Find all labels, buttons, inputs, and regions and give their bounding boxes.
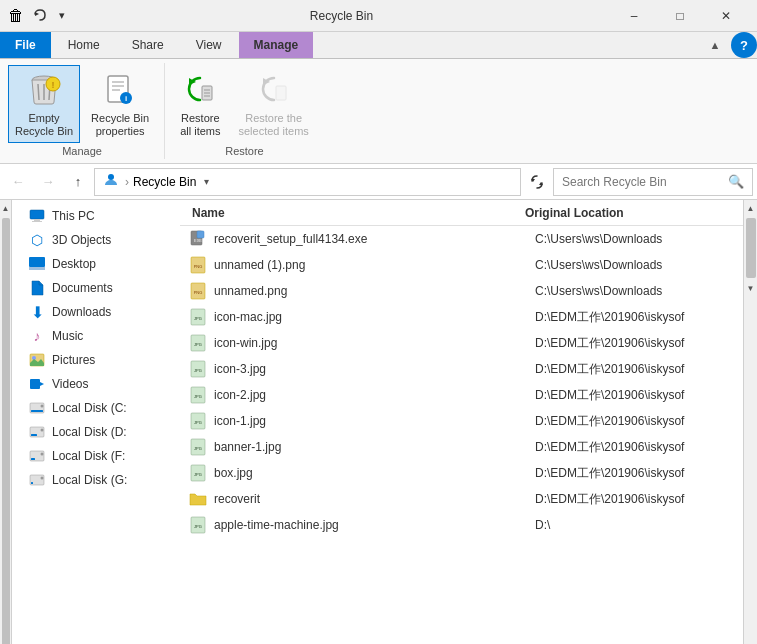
qat-customize[interactable]: ▾	[52, 6, 72, 26]
svg-marker-31	[40, 382, 44, 386]
app-icon: 🗑	[8, 7, 24, 25]
svg-rect-45	[197, 231, 204, 238]
sidebar-item-local-disk-c[interactable]: Local Disk (C:	[12, 396, 182, 420]
this-pc-label: This PC	[52, 209, 95, 223]
search-box[interactable]: 🔍	[553, 168, 753, 196]
local-disk-c-icon	[28, 399, 46, 417]
file-location: D:\EDM工作\201906\iskysof	[535, 387, 735, 404]
file-item[interactable]: JPG icon-2.jpg D:\EDM工作\201906\iskysof	[180, 382, 743, 408]
refresh-button[interactable]	[523, 168, 551, 196]
file-name: icon-2.jpg	[214, 388, 535, 402]
file-icon-jpg4: JPG	[188, 385, 208, 405]
svg-text:JPG: JPG	[194, 472, 202, 477]
3d-objects-icon: ⬡	[28, 231, 46, 249]
file-item[interactable]: JPG icon-win.jpg D:\EDM工作\201906\iskysof	[180, 330, 743, 356]
sidebar-item-local-disk-g[interactable]: Local Disk (G:	[12, 468, 182, 492]
file-name: box.jpg	[214, 466, 535, 480]
sidebar-item-local-disk-f[interactable]: Local Disk (F:	[12, 444, 182, 468]
title-bar: 🗑 ▾ Recycle Bin – □ ✕	[0, 0, 757, 32]
videos-icon	[28, 375, 46, 393]
music-icon: ♪	[28, 327, 46, 345]
desktop-icon	[28, 255, 46, 273]
svg-text:JPG: JPG	[194, 524, 202, 529]
help-button[interactable]: ?	[731, 32, 757, 58]
file-location: C:\Users\ws\Downloads	[535, 284, 735, 298]
file-icon-jpg6: JPG	[188, 437, 208, 457]
file-list-vscroll[interactable]: ▲ ▼	[743, 200, 757, 644]
file-name: apple-time-machine.jpg	[214, 518, 535, 532]
column-name[interactable]: Name	[188, 206, 521, 220]
restore-all-button[interactable]: Restoreall items	[173, 65, 227, 143]
ribbon-group-manage: ! EmptyRecycle Bin i Recyc	[0, 63, 165, 159]
svg-rect-24	[34, 219, 40, 221]
file-name: icon-1.jpg	[214, 414, 535, 428]
sidebar-item-this-pc[interactable]: This PC	[12, 204, 182, 228]
sidebar-item-documents[interactable]: Documents	[12, 276, 182, 300]
sidebar-item-3d-objects[interactable]: ⬡ 3D Objects	[12, 228, 182, 252]
file-item[interactable]: PNG unnamed (1).png C:\Users\ws\Download…	[180, 252, 743, 278]
restore-selected-button[interactable]: Restore theselected items	[232, 65, 316, 143]
file-name: icon-3.jpg	[214, 362, 535, 376]
sidebar-item-downloads[interactable]: ⬇ Downloads	[12, 300, 182, 324]
sidebar-item-videos[interactable]: Videos	[12, 372, 182, 396]
file-icon-jpg7: JPG	[188, 463, 208, 483]
up-button[interactable]: ↑	[64, 168, 92, 196]
file-item[interactable]: JPG banner-1.jpg D:\EDM工作\201906\iskysof	[180, 434, 743, 460]
file-icon-folder	[188, 489, 208, 509]
file-item[interactable]: EXE recoverit_setup_full4134.exe C:\User…	[180, 226, 743, 252]
tab-file[interactable]: File	[0, 32, 51, 58]
recycle-bin-properties-button[interactable]: i Recycle Binproperties	[84, 65, 156, 143]
file-item[interactable]: JPG box.jpg D:\EDM工作\201906\iskysof	[180, 460, 743, 486]
empty-recycle-bin-button[interactable]: ! EmptyRecycle Bin	[8, 65, 80, 143]
file-name: banner-1.jpg	[214, 440, 535, 454]
tab-home[interactable]: Home	[53, 32, 115, 58]
tab-manage[interactable]: Manage	[239, 32, 314, 58]
file-item[interactable]: recoverit D:\EDM工作\201906\iskysof	[180, 486, 743, 512]
sidebar-scroll-indicator[interactable]: ▲ ▼	[0, 200, 12, 644]
current-path: Recycle Bin	[133, 175, 196, 189]
svg-rect-36	[31, 434, 37, 436]
file-item[interactable]: JPG apple-time-machine.jpg D:\	[180, 512, 743, 538]
forward-button[interactable]: →	[34, 168, 62, 196]
back-button[interactable]: ←	[4, 168, 32, 196]
tab-view[interactable]: View	[181, 32, 237, 58]
music-label: Music	[52, 329, 83, 343]
local-disk-c-label: Local Disk (C:	[52, 401, 127, 415]
empty-recycle-bin-icon: !	[24, 70, 64, 110]
svg-text:JPG: JPG	[194, 394, 202, 399]
file-item[interactable]: PNG unnamed.png C:\Users\ws\Downloads	[180, 278, 743, 304]
file-name: recoverit	[214, 492, 535, 506]
vscroll-down-button[interactable]: ▼	[744, 280, 758, 296]
videos-label: Videos	[52, 377, 88, 391]
vscroll-up-button[interactable]: ▲	[744, 200, 758, 216]
sidebar-scroll-up[interactable]: ▲	[0, 200, 12, 216]
qat-undo[interactable]	[30, 6, 50, 26]
maximize-button[interactable]: □	[657, 0, 703, 32]
file-icon-png2: PNG	[188, 281, 208, 301]
local-disk-f-label: Local Disk (F:	[52, 449, 125, 463]
file-item[interactable]: JPG icon-3.jpg D:\EDM工作\201906\iskysof	[180, 356, 743, 382]
column-location[interactable]: Original Location	[521, 206, 721, 220]
sidebar-item-pictures[interactable]: Pictures	[12, 348, 182, 372]
address-box[interactable]: › Recycle Bin ▾	[94, 168, 521, 196]
address-separator: ›	[125, 175, 129, 189]
close-button[interactable]: ✕	[703, 0, 749, 32]
file-icon-exe: EXE	[188, 229, 208, 249]
sidebar-item-local-disk-d[interactable]: Local Disk (D:	[12, 420, 182, 444]
sidebar-item-desktop[interactable]: Desktop	[12, 252, 182, 276]
file-location: D:\EDM工作\201906\iskysof	[535, 361, 735, 378]
pictures-label: Pictures	[52, 353, 95, 367]
file-icon-png: PNG	[188, 255, 208, 275]
address-dropdown-button[interactable]: ▾	[196, 168, 216, 196]
svg-text:JPG: JPG	[194, 420, 202, 425]
search-input[interactable]	[562, 175, 724, 189]
file-item[interactable]: JPG icon-mac.jpg D:\EDM工作\201906\iskysof	[180, 304, 743, 330]
file-item[interactable]: JPG icon-1.jpg D:\EDM工作\201906\iskysof	[180, 408, 743, 434]
tab-share[interactable]: Share	[117, 32, 179, 58]
ribbon-collapse-button[interactable]: ▲	[703, 33, 727, 57]
desktop-label: Desktop	[52, 257, 96, 271]
file-location: D:\EDM工作\201906\iskysof	[535, 309, 735, 326]
minimize-button[interactable]: –	[611, 0, 657, 32]
file-location: D:\	[535, 518, 735, 532]
sidebar-item-music[interactable]: ♪ Music	[12, 324, 182, 348]
